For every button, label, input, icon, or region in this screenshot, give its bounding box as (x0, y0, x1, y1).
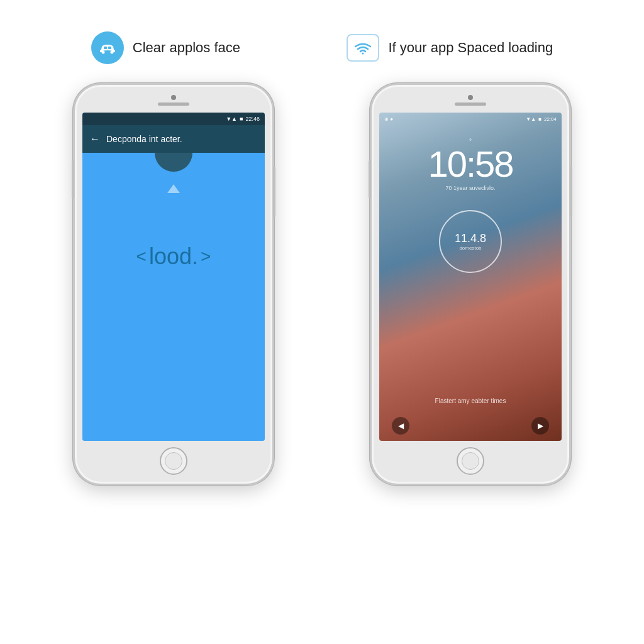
right-home-button[interactable] (457, 447, 484, 475)
ios-bottom-text: Flastert amy eabter times (435, 397, 506, 404)
ios-controls: ◀ ▶ (379, 417, 562, 441)
svg-point-1 (110, 51, 113, 54)
ios-lock-content: ° 10:58 70 1year suveclivlo. 11.4.8 dome… (379, 125, 562, 417)
android-toolbar: ← Decponda int acter. (82, 125, 265, 153)
wifi-icon-box (347, 34, 379, 62)
ios-screen: ⊕ ● ▼▲ ■ 22:04 ° 10:58 70 1year suvecliv… (379, 113, 562, 441)
ios-clock-time: 10:58 (428, 146, 513, 182)
left-phone-top (80, 95, 267, 109)
left-phone-wrapper: ▼▲ ■ 22:46 ← Decponda int acter. (73, 83, 274, 486)
right-phone-frame: ⊕ ● ▼▲ ■ 22:04 ° 10:58 70 1year suvecliv… (370, 83, 571, 486)
right-phone-screen: ⊕ ● ▼▲ ■ 22:04 ° 10:58 70 1year suvecliv… (379, 113, 562, 441)
android-time: 22:46 (245, 116, 260, 122)
left-header-label: Clear applos face (133, 40, 240, 56)
left-phone-frame: ▼▲ ■ 22:46 ← Decponda int acter. (73, 83, 274, 486)
header-row: Clear applos face If your app Spaced loa… (0, 0, 644, 83)
ios-time: 22:04 (544, 116, 557, 122)
header-left-item: Clear applos face (91, 31, 240, 64)
svg-point-4 (362, 53, 364, 55)
android-bump (155, 153, 192, 172)
ios-next-button[interactable]: ▶ (531, 417, 549, 435)
left-camera (171, 95, 176, 100)
svg-point-0 (101, 51, 104, 54)
android-statusbar: ▼▲ ■ 22:46 (82, 113, 265, 125)
wifi-icon (353, 40, 373, 55)
ios-date: 70 1year suveclivlo. (445, 185, 495, 191)
left-home-inner (165, 452, 182, 470)
phones-row: ▼▲ ■ 22:46 ← Decponda int acter. (0, 83, 644, 644)
ios-signal: ▼▲ (526, 116, 536, 122)
left-speaker (158, 103, 189, 106)
ios-statusbar: ⊕ ● ▼▲ ■ 22:04 (379, 113, 562, 125)
android-battery: ■ (240, 116, 243, 122)
lood-main: lood. (149, 243, 198, 270)
lood-right-arrow: > (201, 247, 211, 267)
android-lood-text: < lood. > (136, 243, 211, 270)
ios-circle-label: domestob (459, 245, 481, 251)
svg-rect-3 (108, 47, 111, 49)
svg-rect-2 (104, 47, 107, 49)
car-icon-circle (91, 31, 124, 64)
lood-left-arrow: < (136, 247, 147, 267)
ios-prev-button[interactable]: ◀ (392, 417, 409, 435)
ios-circle: 11.4.8 domestob (439, 210, 502, 273)
android-signal: ▼▲ (226, 116, 237, 122)
right-speaker (455, 103, 486, 106)
android-screen: ▼▲ ■ 22:46 ← Decponda int acter. (82, 113, 265, 441)
ios-battery: ■ (538, 116, 541, 122)
android-triangle (167, 184, 180, 193)
ios-left-icons: ⊕ ● (384, 116, 393, 122)
right-phone-wrapper: ⊕ ● ▼▲ ■ 22:04 ° 10:58 70 1year suvecliv… (370, 83, 571, 486)
right-phone-top (377, 95, 564, 109)
right-camera (468, 95, 473, 100)
car-icon (99, 41, 116, 55)
right-header-label: If your app Spaced loading (388, 40, 553, 56)
ios-circle-value: 11.4.8 (455, 232, 486, 245)
android-body: < lood. > (82, 153, 265, 441)
left-home-button[interactable] (160, 447, 187, 475)
right-home-inner (462, 452, 479, 470)
header-right-item: If your app Spaced loading (347, 34, 553, 62)
android-toolbar-title: Decponda int acter. (106, 134, 182, 144)
android-back-button[interactable]: ← (90, 133, 100, 145)
left-phone-screen: ▼▲ ■ 22:46 ← Decponda int acter. (82, 113, 265, 441)
ios-statusbar-left: ⊕ ● (384, 116, 393, 122)
